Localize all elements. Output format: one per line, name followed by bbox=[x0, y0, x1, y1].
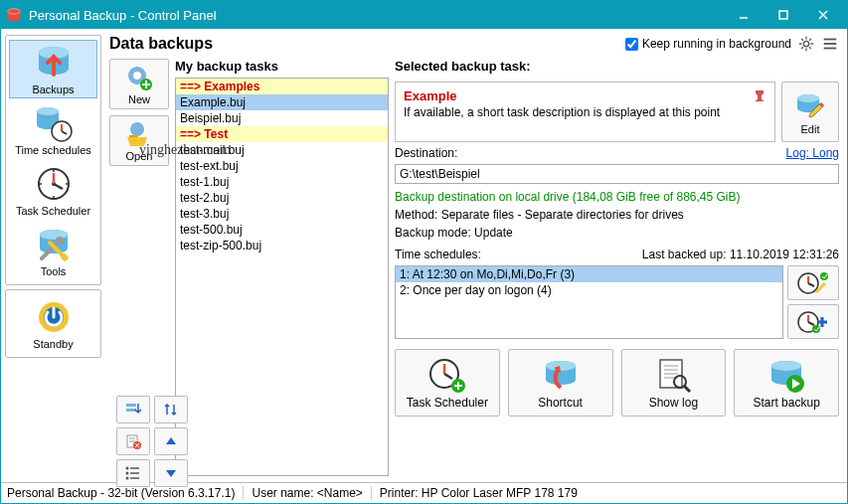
log-link[interactable]: Log: Long bbox=[786, 146, 839, 160]
task-list-item[interactable]: test-2.buj bbox=[176, 190, 388, 206]
task-list-item[interactable]: Example.buj bbox=[176, 94, 388, 110]
window-title: Personal Backup - Control Panel bbox=[29, 8, 724, 23]
svg-line-64 bbox=[684, 386, 690, 392]
sidebar-tools[interactable]: Tools bbox=[9, 222, 97, 280]
open-icon bbox=[123, 119, 155, 149]
app-icon bbox=[5, 6, 23, 24]
status-printer: Printer: HP Color Laser MFP 178 179 bbox=[380, 486, 586, 500]
up-arrow-icon bbox=[164, 434, 178, 448]
edit-button[interactable]: Edit bbox=[781, 82, 839, 142]
edit-schedule-button[interactable] bbox=[787, 265, 839, 300]
svg-point-33 bbox=[133, 72, 141, 80]
showlog-label: Show log bbox=[649, 396, 698, 410]
status-username: User name: <Name> bbox=[252, 486, 371, 500]
sidebar-tools-label: Tools bbox=[41, 265, 67, 277]
menu-icon[interactable] bbox=[821, 35, 839, 53]
sidebar-time-label: Time schedules bbox=[15, 144, 91, 156]
destination-input[interactable] bbox=[395, 164, 839, 184]
sidebar-time-schedules[interactable]: Time schedules bbox=[9, 100, 97, 159]
standby-icon bbox=[32, 297, 76, 337]
destination-label: Destination: bbox=[395, 146, 457, 160]
schedule-item[interactable]: 1: At 12:30 on Mo,Di,Mi,Do,Fr (3) bbox=[396, 266, 782, 282]
clock-pencil-icon bbox=[796, 270, 830, 296]
svg-point-19 bbox=[53, 196, 55, 198]
pin-icon[interactable] bbox=[753, 88, 768, 104]
page-title: Data backups bbox=[109, 35, 625, 53]
start-label: Start backup bbox=[753, 396, 819, 410]
schedule-item[interactable]: 2: Once per day on logon (4) bbox=[396, 282, 782, 298]
sidebar-backups-label: Backups bbox=[32, 84, 74, 95]
list-icon bbox=[124, 464, 142, 482]
clock-plus-icon bbox=[796, 309, 830, 335]
svg-point-80 bbox=[126, 472, 129, 475]
destination-info: Backup destination on local drive (184,0… bbox=[395, 188, 839, 204]
down-arrow-icon bbox=[164, 466, 178, 480]
task-description-box: Example If available, a short task descr… bbox=[395, 82, 775, 142]
backup-task-list[interactable]: ==> ExamplesExample.bujBeispiel.buj==> T… bbox=[175, 78, 389, 476]
open-task-button[interactable]: Open bbox=[109, 115, 169, 166]
task-list-item[interactable]: test-ext.buj bbox=[176, 158, 388, 174]
list-button[interactable] bbox=[116, 459, 150, 487]
maximize-button[interactable] bbox=[763, 3, 803, 27]
task-list-item[interactable]: test-500.buj bbox=[176, 222, 388, 238]
open-label: Open bbox=[126, 150, 153, 162]
task-group-header[interactable]: ==> Test bbox=[176, 126, 388, 142]
shortcut-icon bbox=[540, 356, 582, 394]
svg-point-18 bbox=[66, 183, 68, 185]
task-list-item[interactable]: test-1.buj bbox=[176, 174, 388, 190]
schedules-title: Time schedules: bbox=[395, 248, 481, 261]
close-button[interactable] bbox=[803, 3, 843, 27]
collapse-button[interactable] bbox=[116, 396, 150, 423]
svg-point-57 bbox=[546, 361, 576, 371]
move-up-button[interactable] bbox=[154, 427, 188, 455]
new-icon bbox=[123, 63, 155, 92]
last-backed-label: Last backed up: 11.10.2019 12:31:26 bbox=[642, 248, 839, 261]
svg-point-17 bbox=[53, 170, 55, 172]
tasks-title: My backup tasks bbox=[175, 59, 389, 74]
start-backup-button[interactable]: Start backup bbox=[734, 349, 839, 417]
new-task-button[interactable]: New bbox=[109, 59, 169, 109]
task-list-item[interactable]: Beispiel.buj bbox=[176, 110, 388, 126]
svg-rect-68 bbox=[126, 404, 136, 407]
task-list-item[interactable]: test-3.buj bbox=[176, 206, 388, 222]
sort-icon bbox=[162, 401, 180, 419]
sort-button[interactable] bbox=[154, 396, 188, 423]
edit-icon bbox=[793, 88, 827, 122]
show-log-button[interactable]: Show log bbox=[621, 349, 727, 417]
add-schedule-button[interactable] bbox=[787, 304, 839, 339]
remove-button[interactable] bbox=[116, 427, 150, 455]
settings-icon[interactable] bbox=[797, 35, 815, 53]
svg-point-39 bbox=[797, 94, 819, 102]
task-scheduler-icon bbox=[32, 164, 76, 204]
method-info: Method: Separate files - Separate direct… bbox=[395, 208, 839, 222]
move-down-button[interactable] bbox=[154, 459, 188, 487]
task-list-item[interactable]: test-mail.buj bbox=[176, 142, 388, 158]
minimize-button[interactable] bbox=[724, 3, 763, 27]
sidebar-backups[interactable]: Backups bbox=[9, 40, 97, 98]
svg-point-79 bbox=[126, 467, 129, 470]
schedule-list[interactable]: 1: At 12:30 on Mo,Di,Mi,Do,Fr (3)2: Once… bbox=[395, 265, 783, 339]
scheduler-btn-label: Task Scheduler bbox=[407, 396, 488, 410]
tools-icon bbox=[32, 225, 76, 264]
shortcut-button[interactable]: Shortcut bbox=[508, 349, 613, 417]
keep-running-input[interactable] bbox=[625, 38, 638, 51]
showlog-icon bbox=[652, 356, 694, 394]
svg-point-28 bbox=[803, 41, 808, 46]
task-list-item[interactable]: test-zip-500.buj bbox=[176, 238, 388, 253]
svg-point-20 bbox=[40, 183, 42, 185]
mode-info: Backup mode: Update bbox=[395, 226, 839, 240]
selected-title: Selected backup task: bbox=[395, 59, 839, 74]
keep-running-label: Keep running in background bbox=[642, 37, 791, 51]
time-schedules-icon bbox=[32, 103, 76, 143]
edit-label: Edit bbox=[801, 123, 820, 135]
start-icon bbox=[765, 356, 807, 394]
scheduler-plus-icon bbox=[426, 356, 468, 394]
backups-icon bbox=[32, 43, 76, 83]
svg-point-43 bbox=[820, 272, 828, 280]
task-group-header[interactable]: ==> Examples bbox=[176, 79, 388, 94]
keep-running-checkbox[interactable]: Keep running in background bbox=[625, 37, 791, 51]
sidebar-standby[interactable]: Standby bbox=[9, 294, 97, 353]
task-scheduler-button[interactable]: Task Scheduler bbox=[395, 349, 500, 417]
svg-point-81 bbox=[126, 477, 129, 480]
sidebar-task-scheduler[interactable]: Task Scheduler bbox=[9, 161, 97, 220]
